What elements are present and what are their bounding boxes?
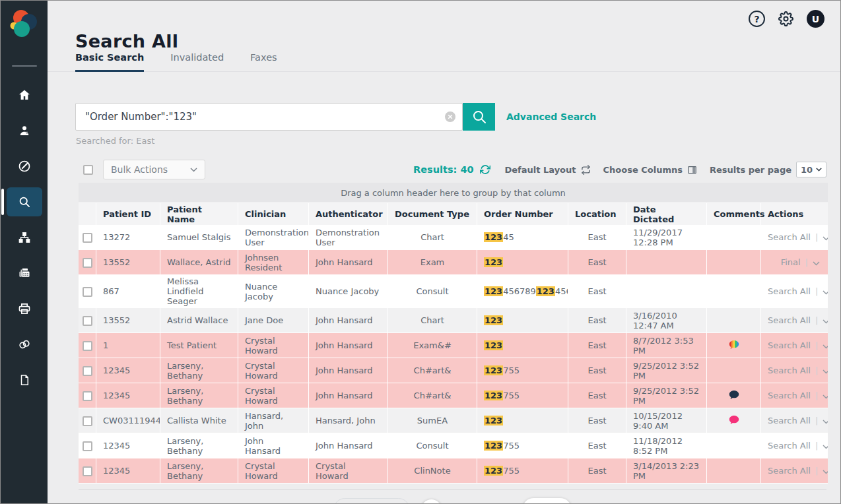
cell-patient-name: Samuel Stalgis xyxy=(160,225,238,250)
row-expand-chevron-icon[interactable] xyxy=(823,369,828,374)
comment-navy-icon[interactable] xyxy=(729,390,739,400)
tab-faxes[interactable]: Faxes xyxy=(250,52,277,72)
sidebar-item-sitemap[interactable] xyxy=(7,223,42,252)
table-row[interactable]: 13552Astrid WallaceJane DoeJohn HansardC… xyxy=(79,308,828,333)
table-row[interactable]: 12345Larseny, BethanyCrystal HowardCryst… xyxy=(79,458,828,484)
search-input[interactable] xyxy=(75,103,463,131)
page-title: Search All xyxy=(75,31,178,51)
cell-comments xyxy=(707,433,761,458)
row-expand-chevron-icon[interactable] xyxy=(823,420,828,424)
select-all-checkbox[interactable] xyxy=(83,165,93,175)
column-header-patient-name[interactable]: Patient Name xyxy=(160,203,238,225)
sidebar-item-search[interactable] xyxy=(7,187,42,216)
row-action-link[interactable]: Search All xyxy=(768,441,811,451)
column-header-comments[interactable]: Comments xyxy=(707,203,761,225)
settings-gear-icon[interactable] xyxy=(778,11,793,26)
row-checkbox[interactable] xyxy=(83,258,92,268)
sidebar-item-home[interactable] xyxy=(7,80,42,110)
table-row[interactable]: 867Melissa Lindfield SeagerNuance Jacoby… xyxy=(79,275,828,308)
table-row[interactable]: 13552Wallace, AstridJohnsen ResidentJohn… xyxy=(79,250,828,275)
content: Advanced Search Searched for: East Bulk … xyxy=(48,72,840,503)
sidebar-item-fax[interactable] xyxy=(7,259,42,288)
column-header-document-type[interactable]: Document Type xyxy=(388,203,477,225)
advanced-search-link[interactable]: Advanced Search xyxy=(506,111,596,122)
row-checkbox[interactable] xyxy=(83,287,92,297)
comment-rainbow-icon[interactable] xyxy=(729,340,739,350)
order-number-highlight: 123 xyxy=(484,365,503,375)
column-header-clinician[interactable]: Clinician xyxy=(238,203,309,225)
cell-order-number: 123755 xyxy=(477,383,568,408)
row-checkbox[interactable] xyxy=(83,341,92,351)
action-divider: | xyxy=(815,416,818,425)
column-header-actions[interactable]: Actions xyxy=(761,203,828,225)
row-expand-chevron-icon[interactable] xyxy=(823,470,828,474)
row-checkbox[interactable] xyxy=(83,233,92,243)
cell-authenticator: John Hansard xyxy=(309,433,388,458)
row-action-link[interactable]: Search All xyxy=(768,365,811,375)
clear-circle-icon[interactable] xyxy=(445,111,455,122)
help-icon[interactable]: ? xyxy=(749,11,765,27)
row-expand-chevron-icon[interactable] xyxy=(823,290,828,295)
page-number-1[interactable]: 1 xyxy=(421,499,442,504)
choose-columns-button[interactable]: Choose Columns xyxy=(603,165,697,175)
cell-comments xyxy=(707,458,761,484)
row-checkbox[interactable] xyxy=(83,316,92,326)
row-checkbox-cell xyxy=(79,250,96,275)
row-expand-chevron-icon[interactable] xyxy=(823,236,828,241)
action-divider: | xyxy=(815,466,818,476)
sidebar-item-gauge[interactable] xyxy=(7,152,42,181)
table-row[interactable]: CW03111944Callista WhiteHansard, JohnHan… xyxy=(79,408,828,433)
row-action-link[interactable]: Search All xyxy=(768,232,811,242)
comment-pink-icon[interactable] xyxy=(729,415,739,425)
table-row[interactable]: 12345Larseny, BethanyCrystal HowardJohn … xyxy=(79,383,828,408)
row-checkbox[interactable] xyxy=(83,391,92,401)
row-expand-chevron-icon[interactable] xyxy=(823,319,828,324)
tab-invalidated[interactable]: Invalidated xyxy=(170,52,224,72)
row-action-link[interactable]: Final xyxy=(781,257,801,267)
row-checkbox[interactable] xyxy=(83,416,92,426)
row-action-link[interactable]: Search All xyxy=(768,466,811,476)
user-avatar[interactable]: U xyxy=(807,10,824,28)
column-header-patient-id[interactable]: Patient ID xyxy=(96,203,160,225)
default-layout-button[interactable]: Default Layout xyxy=(504,165,590,175)
row-checkbox[interactable] xyxy=(83,466,92,476)
row-expand-chevron-icon[interactable] xyxy=(823,344,828,349)
cell-order-number: 123456789123456789 xyxy=(477,275,568,308)
app-logo[interactable] xyxy=(7,7,42,44)
cell-date-dictated: 10/15/2012 9:40 AM xyxy=(626,408,707,433)
row-action-link[interactable]: Search All xyxy=(768,286,811,296)
group-by-hint[interactable]: Drag a column header here to group by th… xyxy=(79,183,828,203)
refresh-icon[interactable] xyxy=(480,164,490,175)
row-checkbox[interactable] xyxy=(83,441,92,451)
cell-clinician: Jane Doe xyxy=(238,308,309,333)
table-row[interactable]: 12345Larseny, BethanyCrystal HowardJohn … xyxy=(79,358,828,383)
cell-location: East xyxy=(568,433,626,458)
previous-button[interactable]: Previous xyxy=(333,498,410,504)
results-per-page-select[interactable]: 10 xyxy=(796,162,826,177)
row-checkbox[interactable] xyxy=(83,366,92,376)
bulk-actions-select[interactable]: Bulk Actions xyxy=(103,160,205,179)
printer-icon xyxy=(18,302,31,315)
column-header-date-dictated[interactable]: Date Dictated xyxy=(626,203,707,225)
sidebar-item-clinicians[interactable] xyxy=(7,116,42,145)
search-button[interactable] xyxy=(463,103,495,131)
table-row[interactable]: 1Test PatientCrystal HowardJohn HansardE… xyxy=(79,333,828,358)
sidebar-item-links[interactable] xyxy=(7,330,42,359)
next-button[interactable]: Next xyxy=(522,498,572,504)
row-action-link[interactable]: Search All xyxy=(768,391,811,400)
column-header-order-number[interactable]: Order Number xyxy=(477,203,568,225)
tab-basic-search[interactable]: Basic Search xyxy=(75,52,144,72)
sidebar-item-documents[interactable] xyxy=(7,365,42,394)
sidebar-item-print[interactable] xyxy=(7,294,42,323)
row-action-link[interactable]: Search All xyxy=(768,315,811,325)
column-header-location[interactable]: Location xyxy=(568,203,626,225)
column-header-authenticator[interactable]: Authenticator xyxy=(309,203,388,225)
row-action-link[interactable]: Search All xyxy=(768,416,811,425)
row-action-link[interactable]: Search All xyxy=(768,340,811,350)
row-expand-chevron-icon[interactable] xyxy=(823,445,828,449)
table-row[interactable]: 13272Samuel StalgisDemonstration UserDem… xyxy=(79,225,828,250)
row-expand-chevron-icon[interactable] xyxy=(823,394,828,399)
table-row[interactable]: 12345Larseny, BethanyJohn HansardJohn Ha… xyxy=(79,433,828,458)
row-expand-chevron-icon[interactable] xyxy=(813,261,820,266)
cell-comments xyxy=(707,250,761,275)
